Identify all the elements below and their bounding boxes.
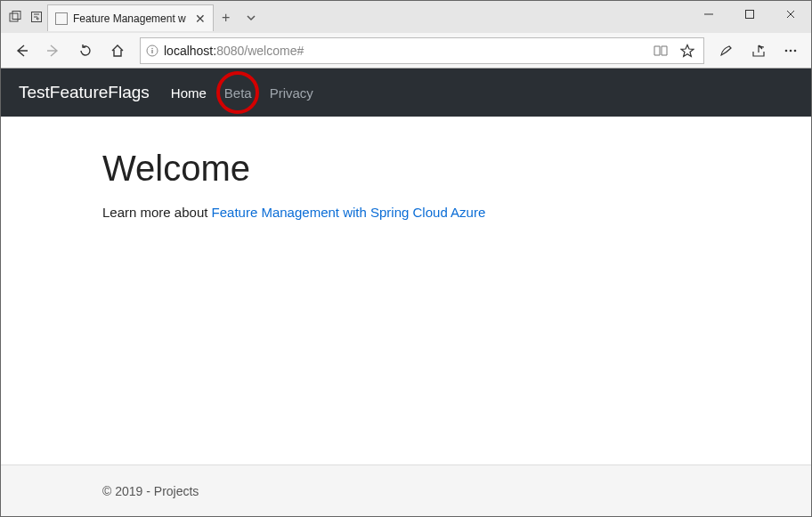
window-minimize-button[interactable] — [688, 1, 729, 28]
site-info-icon[interactable] — [146, 44, 158, 57]
svg-point-9 — [790, 49, 792, 52]
lead-prefix: Learn more about — [102, 205, 212, 220]
svg-rect-7 — [151, 50, 152, 53]
page-content: Welcome Learn more about Feature Managem… — [1, 117, 811, 464]
window-maximize-button[interactable] — [729, 1, 770, 28]
forward-button[interactable] — [38, 36, 69, 66]
svg-rect-1 — [12, 12, 20, 20]
brand-title[interactable]: TestFeatureFlags — [19, 83, 150, 102]
page-heading: Welcome — [102, 149, 811, 189]
svg-rect-4 — [746, 11, 754, 19]
new-tab-button[interactable]: + — [214, 4, 239, 31]
browser-toolbar: localhost:8080/welcome# — [1, 33, 811, 69]
svg-point-6 — [151, 47, 153, 49]
browser-tab[interactable]: Feature Management w ✕ — [47, 4, 214, 31]
back-button[interactable] — [6, 36, 37, 66]
titlebar-left: Feature Management w ✕ + — [1, 1, 264, 33]
app-navbar: TestFeatureFlags Home Beta Privacy — [1, 69, 811, 117]
nav-link-home[interactable]: Home — [171, 85, 207, 101]
svg-point-8 — [785, 49, 788, 52]
refresh-button[interactable] — [70, 36, 101, 66]
favorite-star-icon[interactable] — [677, 40, 698, 61]
window-close-button[interactable] — [770, 1, 811, 28]
lead-paragraph: Learn more about Feature Management with… — [102, 205, 811, 220]
nav-link-beta[interactable]: Beta — [224, 85, 252, 101]
nav-link-privacy[interactable]: Privacy — [270, 85, 313, 101]
home-button[interactable] — [102, 36, 133, 66]
tab-title: Feature Management w — [73, 12, 186, 25]
svg-point-10 — [794, 49, 797, 52]
footer-text: © 2019 - Projects — [102, 484, 199, 498]
url-path: 8080/welcome# — [216, 44, 304, 58]
share-icon[interactable] — [743, 36, 774, 66]
lead-link[interactable]: Feature Management with Spring Cloud Azu… — [212, 205, 486, 220]
url-host: localhost: — [164, 44, 216, 58]
tab-chevron-icon[interactable] — [239, 4, 264, 31]
reading-view-icon[interactable] — [650, 40, 671, 61]
svg-rect-0 — [10, 13, 18, 21]
address-bar[interactable]: localhost:8080/welcome# — [140, 37, 704, 64]
page-icon — [55, 12, 68, 25]
page-footer: © 2019 - Projects — [1, 464, 811, 516]
more-icon[interactable] — [775, 36, 806, 66]
window-titlebar: Feature Management w ✕ + — [1, 1, 811, 33]
tab-close-icon[interactable]: ✕ — [195, 12, 206, 26]
notes-icon[interactable] — [711, 36, 742, 66]
set-aside-tabs-icon[interactable] — [26, 1, 47, 33]
tab-actions-icon[interactable] — [4, 1, 26, 33]
url-text: localhost:8080/welcome# — [164, 44, 304, 58]
